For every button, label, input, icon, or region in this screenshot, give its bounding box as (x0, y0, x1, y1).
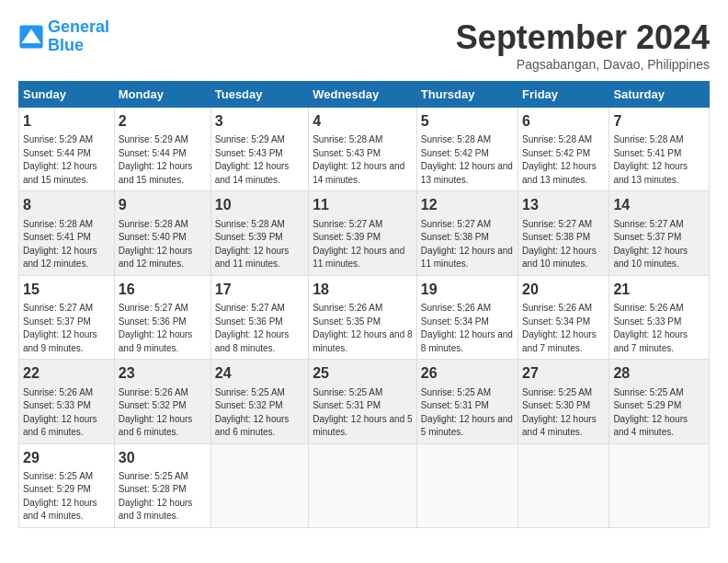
column-header-friday: Friday (518, 82, 609, 108)
calendar-cell: 17Sunrise: 5:27 AMSunset: 5:36 PMDayligh… (210, 275, 308, 359)
calendar-cell: 3Sunrise: 5:29 AMSunset: 5:43 PMDaylight… (210, 108, 308, 191)
column-header-thursday: Thursday (416, 82, 518, 108)
calendar-cell (416, 443, 518, 527)
day-info: Sunrise: 5:27 AMSunset: 5:37 PMDaylight:… (613, 218, 705, 271)
calendar-cell (309, 443, 417, 527)
calendar-cell: 24Sunrise: 5:25 AMSunset: 5:32 PMDayligh… (210, 360, 308, 443)
calendar-cell: 21Sunrise: 5:26 AMSunset: 5:33 PMDayligh… (609, 275, 710, 359)
day-info: Sunrise: 5:27 AMSunset: 5:39 PMDaylight:… (313, 218, 413, 271)
calendar-cell (609, 443, 710, 527)
day-number: 22 (23, 363, 110, 384)
calendar-cell: 30Sunrise: 5:25 AMSunset: 5:28 PMDayligh… (114, 443, 210, 527)
day-number: 20 (522, 280, 605, 300)
day-info: Sunrise: 5:26 AMSunset: 5:33 PMDaylight:… (23, 386, 110, 440)
day-info: Sunrise: 5:27 AMSunset: 5:38 PMDaylight:… (421, 218, 514, 271)
week-row-3: 15Sunrise: 5:27 AMSunset: 5:37 PMDayligh… (19, 275, 710, 359)
calendar-cell: 15Sunrise: 5:27 AMSunset: 5:37 PMDayligh… (19, 275, 115, 359)
day-number: 1 (23, 111, 110, 132)
day-info: Sunrise: 5:27 AMSunset: 5:36 PMDaylight:… (215, 302, 304, 355)
column-header-saturday: Saturday (609, 82, 710, 108)
day-number: 13 (522, 195, 605, 215)
week-row-2: 8Sunrise: 5:28 AMSunset: 5:41 PMDaylight… (19, 191, 710, 275)
page-subtitle: Pagsabangan, Davao, Philippines (456, 57, 710, 72)
column-header-wednesday: Wednesday (309, 82, 417, 108)
calendar-cell: 22Sunrise: 5:26 AMSunset: 5:33 PMDayligh… (19, 360, 115, 443)
day-info: Sunrise: 5:29 AMSunset: 5:44 PMDaylight:… (119, 133, 207, 187)
day-number: 8 (23, 195, 110, 215)
calendar-cell: 1Sunrise: 5:29 AMSunset: 5:44 PMDaylight… (19, 108, 115, 191)
day-number: 24 (215, 363, 304, 384)
day-info: Sunrise: 5:27 AMSunset: 5:37 PMDaylight:… (23, 302, 110, 355)
column-header-tuesday: Tuesday (210, 82, 308, 108)
day-number: 10 (215, 195, 304, 215)
calendar-cell: 16Sunrise: 5:27 AMSunset: 5:36 PMDayligh… (114, 275, 210, 359)
day-number: 3 (215, 111, 304, 132)
title-section: September 2024 Pagsabangan, Davao, Phili… (456, 18, 710, 72)
day-info: Sunrise: 5:25 AMSunset: 5:28 PMDaylight:… (119, 470, 207, 523)
day-number: 12 (421, 195, 514, 215)
day-info: Sunrise: 5:26 AMSunset: 5:32 PMDaylight:… (119, 386, 207, 440)
calendar-cell: 29Sunrise: 5:25 AMSunset: 5:29 PMDayligh… (19, 443, 115, 527)
day-info: Sunrise: 5:28 AMSunset: 5:40 PMDaylight:… (119, 218, 207, 271)
logo-text: General Blue (48, 18, 109, 55)
calendar-cell: 8Sunrise: 5:28 AMSunset: 5:41 PMDaylight… (19, 191, 115, 275)
day-number: 28 (613, 363, 705, 384)
day-info: Sunrise: 5:25 AMSunset: 5:30 PMDaylight:… (522, 386, 605, 440)
column-header-monday: Monday (114, 82, 210, 108)
calendar-cell (518, 443, 609, 527)
day-info: Sunrise: 5:28 AMSunset: 5:42 PMDaylight:… (522, 133, 605, 187)
logo-icon (18, 24, 44, 50)
calendar-table: SundayMondayTuesdayWednesdayThursdayFrid… (18, 81, 710, 528)
day-info: Sunrise: 5:26 AMSunset: 5:33 PMDaylight:… (613, 302, 705, 355)
calendar-cell: 28Sunrise: 5:25 AMSunset: 5:29 PMDayligh… (609, 360, 710, 443)
week-row-1: 1Sunrise: 5:29 AMSunset: 5:44 PMDaylight… (19, 108, 710, 191)
day-number: 30 (119, 448, 207, 468)
calendar-cell: 19Sunrise: 5:26 AMSunset: 5:34 PMDayligh… (416, 275, 518, 359)
calendar-cell (210, 443, 308, 527)
calendar-cell: 20Sunrise: 5:26 AMSunset: 5:34 PMDayligh… (518, 275, 609, 359)
calendar-cell: 23Sunrise: 5:26 AMSunset: 5:32 PMDayligh… (114, 360, 210, 443)
day-info: Sunrise: 5:27 AMSunset: 5:36 PMDaylight:… (119, 302, 207, 355)
calendar-cell: 7Sunrise: 5:28 AMSunset: 5:41 PMDaylight… (609, 108, 710, 191)
day-number: 27 (522, 363, 605, 384)
calendar-cell: 25Sunrise: 5:25 AMSunset: 5:31 PMDayligh… (309, 360, 417, 443)
day-number: 11 (313, 195, 413, 215)
day-info: Sunrise: 5:29 AMSunset: 5:43 PMDaylight:… (215, 133, 304, 187)
day-number: 16 (119, 280, 207, 300)
day-number: 18 (313, 280, 413, 300)
calendar-cell: 2Sunrise: 5:29 AMSunset: 5:44 PMDaylight… (114, 108, 210, 191)
page-header: General Blue September 2024 Pagsabangan,… (18, 18, 710, 72)
day-number: 15 (23, 280, 110, 300)
day-info: Sunrise: 5:27 AMSunset: 5:38 PMDaylight:… (522, 218, 605, 271)
calendar-cell: 26Sunrise: 5:25 AMSunset: 5:31 PMDayligh… (416, 360, 518, 443)
day-info: Sunrise: 5:29 AMSunset: 5:44 PMDaylight:… (23, 133, 110, 187)
day-number: 29 (23, 448, 110, 468)
day-info: Sunrise: 5:28 AMSunset: 5:41 PMDaylight:… (23, 218, 110, 271)
week-row-5: 29Sunrise: 5:25 AMSunset: 5:29 PMDayligh… (19, 443, 710, 527)
day-number: 25 (313, 363, 413, 384)
day-number: 17 (215, 280, 304, 300)
day-info: Sunrise: 5:28 AMSunset: 5:41 PMDaylight:… (613, 133, 705, 187)
day-number: 23 (119, 363, 207, 384)
calendar-cell: 9Sunrise: 5:28 AMSunset: 5:40 PMDaylight… (114, 191, 210, 275)
calendar-cell: 5Sunrise: 5:28 AMSunset: 5:42 PMDaylight… (416, 108, 518, 191)
day-number: 2 (119, 111, 207, 132)
day-info: Sunrise: 5:28 AMSunset: 5:43 PMDaylight:… (313, 133, 413, 187)
column-header-sunday: Sunday (19, 82, 115, 108)
day-info: Sunrise: 5:26 AMSunset: 5:34 PMDaylight:… (522, 302, 605, 355)
day-number: 6 (522, 111, 605, 132)
day-number: 26 (421, 363, 514, 384)
page-title: September 2024 (456, 18, 710, 57)
day-number: 14 (613, 195, 705, 215)
calendar-cell: 13Sunrise: 5:27 AMSunset: 5:38 PMDayligh… (518, 191, 609, 275)
day-info: Sunrise: 5:26 AMSunset: 5:34 PMDaylight:… (421, 302, 514, 355)
calendar-cell: 18Sunrise: 5:26 AMSunset: 5:35 PMDayligh… (309, 275, 417, 359)
day-number: 4 (313, 111, 413, 132)
day-info: Sunrise: 5:28 AMSunset: 5:42 PMDaylight:… (421, 133, 514, 187)
day-number: 5 (421, 111, 514, 132)
day-info: Sunrise: 5:28 AMSunset: 5:39 PMDaylight:… (215, 218, 304, 271)
day-info: Sunrise: 5:25 AMSunset: 5:29 PMDaylight:… (23, 470, 110, 523)
calendar-cell: 27Sunrise: 5:25 AMSunset: 5:30 PMDayligh… (518, 360, 609, 443)
day-number: 21 (613, 280, 705, 300)
day-info: Sunrise: 5:25 AMSunset: 5:31 PMDaylight:… (421, 386, 514, 440)
